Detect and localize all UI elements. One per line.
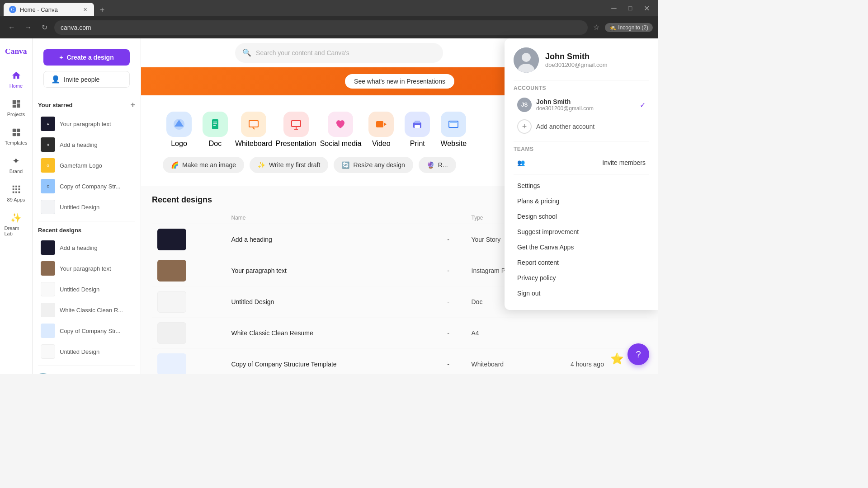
tab-favicon: C (9, 6, 16, 13)
tab-close-icon[interactable]: ✕ (81, 6, 89, 13)
privacy-policy-item[interactable]: Privacy policy (514, 270, 649, 286)
close-button[interactable]: ✕ (640, 2, 653, 14)
recent-section-header: Recent designs (33, 225, 141, 237)
active-tab[interactable]: C Home - Canva ✕ (4, 3, 94, 16)
recent-item-3[interactable]: White Classic Clean R... (35, 300, 138, 320)
starred-item-4[interactable]: Untitled Design (35, 197, 138, 217)
row-dash: - (442, 349, 466, 375)
plans-pricing-item[interactable]: Plans & pricing (514, 193, 649, 209)
create-label: Create a design (66, 54, 113, 61)
forward-button[interactable]: → (22, 21, 34, 34)
recent-item-1[interactable]: Your paragraph text (35, 258, 138, 279)
design-school-item[interactable]: Design school (514, 209, 649, 224)
incognito-button[interactable]: 🕵 Incognito (2) (605, 23, 653, 32)
privacy-policy-label: Privacy policy (517, 274, 556, 282)
recent-item-5[interactable]: Untitled Design (35, 341, 138, 362)
item-name: Your paragraph text (60, 265, 111, 272)
print-type-label: Print (410, 140, 425, 148)
design-type-presentation[interactable]: Presentation (276, 112, 316, 148)
report-content-item[interactable]: Report content (514, 255, 649, 270)
make-image-button[interactable]: 🌈 Make me an image (163, 157, 244, 173)
canva-apps-item[interactable]: Get the Canva Apps (514, 239, 649, 255)
sidebar-item-apps[interactable]: 89 Apps (3, 179, 30, 206)
user-dropdown-menu: John Smith doe301200@gmail.com Accounts … (505, 38, 658, 310)
starred-item-3[interactable]: C Copy of Company Str... (35, 176, 138, 197)
starred-item-1[interactable]: H Add a heading (35, 134, 138, 155)
trash-item[interactable]: 🗑️ Trash (33, 370, 141, 374)
svg-rect-7 (18, 186, 20, 188)
sign-out-item[interactable]: Sign out (514, 286, 649, 301)
sidebar-item-templates[interactable]: Templates (3, 122, 30, 149)
item-thumbnail (41, 200, 55, 214)
table-row[interactable]: Copy of Company Structure Template - Whi… (152, 349, 647, 375)
new-tab-button[interactable]: + (96, 4, 108, 16)
design-type-whiteboard[interactable]: Whiteboard (235, 112, 272, 148)
apps-icon (10, 183, 23, 196)
starred-item-2[interactable]: G Gamefarm Logo (35, 155, 138, 176)
url-text: canva.com (61, 24, 91, 31)
maximize-button[interactable]: □ (624, 2, 637, 14)
add-account-button[interactable]: + Add another account (514, 116, 649, 137)
starred-add-icon[interactable]: + (130, 100, 135, 110)
search-placeholder: Search your content and Canva's (256, 49, 349, 56)
recent-item-2[interactable]: Untitled Design (35, 279, 138, 300)
svg-rect-34 (415, 125, 420, 128)
svg-rect-9 (15, 188, 17, 190)
svg-rect-37 (450, 122, 457, 123)
extra-ai-button[interactable]: 🔮 R... (419, 157, 456, 173)
row-dash: - (442, 224, 466, 255)
help-button[interactable]: ? (627, 343, 649, 365)
banner-cta-button[interactable]: See what's new in Presentations (345, 74, 454, 89)
back-button[interactable]: ← (5, 21, 18, 34)
design-type-social[interactable]: Social media (320, 112, 362, 148)
sidebar-item-dreamlab[interactable]: ✨ Dream Lab (3, 208, 30, 240)
design-type-doc[interactable]: Doc (199, 112, 231, 148)
canva-logo[interactable]: Canva (1, 42, 31, 62)
invite-members-item[interactable]: 👥 Invite members (514, 155, 649, 170)
design-name: Copy of Company Structure Template (231, 361, 336, 368)
trash-icon: 🗑️ (38, 373, 48, 374)
create-design-button[interactable]: + Create a design (43, 49, 130, 66)
refresh-button[interactable]: ↻ (38, 21, 51, 34)
resize-design-button[interactable]: 🔄 Resize any design (334, 157, 413, 173)
presentation-type-label: Presentation (276, 140, 316, 148)
svg-marker-31 (384, 122, 387, 126)
search-bar[interactable]: 🔍 Search your content and Canva's (235, 43, 443, 63)
social-type-label: Social media (320, 140, 362, 148)
table-row[interactable]: White Classic Clean Resume - A4 (152, 318, 647, 349)
design-type-logo[interactable]: Logo (163, 112, 195, 148)
write-draft-button[interactable]: ✨ Write my first draft (250, 157, 328, 173)
starred-item-0[interactable]: A Your paragraph text (35, 113, 138, 134)
address-bar[interactable]: canva.com (54, 20, 588, 35)
dropdown-divider-1 (514, 80, 649, 80)
invite-people-button[interactable]: 👤 Invite people (43, 71, 130, 88)
sidebar-item-label: Brand (9, 169, 23, 174)
dropdown-account-item[interactable]: JS John Smith doe301200@gmail.com ✓ (514, 94, 649, 116)
design-type-print[interactable]: Print (401, 112, 434, 148)
col-thumb (152, 212, 226, 224)
dropdown-divider-2 (514, 141, 649, 141)
sidebar-item-home[interactable]: Home (3, 66, 30, 92)
sidebar-item-projects[interactable]: Projects (3, 94, 30, 121)
suggest-improvement-item[interactable]: Suggest improvement (514, 224, 649, 239)
svg-rect-27 (292, 121, 300, 126)
sidebar-item-brand[interactable]: ✦ Brand (3, 151, 30, 178)
sidebar-item-label: Home (9, 83, 23, 89)
teams-section-label: Teams (514, 146, 649, 152)
bookmark-icon[interactable]: ☆ (593, 23, 599, 32)
design-type-video[interactable]: Video (365, 112, 397, 148)
recent-item-4[interactable]: Copy of Company Str... (35, 320, 138, 341)
add-account-icon: + (517, 119, 532, 134)
dropdown-username: John Smith (545, 52, 608, 61)
plans-pricing-label: Plans & pricing (517, 197, 559, 205)
design-type-website[interactable]: Website (437, 112, 470, 148)
row-thumb-cell (152, 318, 226, 349)
item-name: Copy of Company Str... (60, 328, 120, 334)
recent-item-0[interactable]: Add a heading (35, 237, 138, 258)
projects-icon (10, 98, 23, 110)
svg-rect-2 (16, 129, 19, 132)
star-button[interactable]: ⭐ (610, 352, 624, 365)
minimize-button[interactable]: ─ (608, 2, 620, 14)
svg-rect-30 (376, 121, 383, 127)
settings-menu-item[interactable]: Settings (514, 178, 649, 193)
